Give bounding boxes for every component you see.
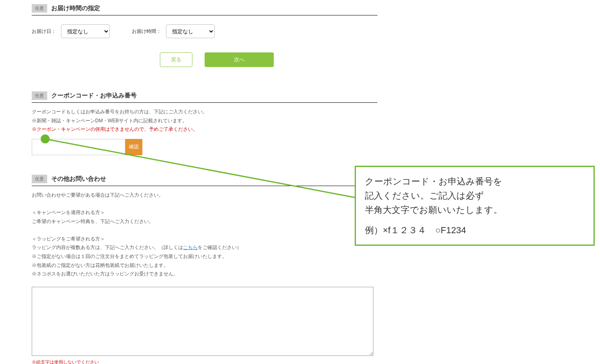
inquiry-wrap-4: ※ネコポスをお選びいただいた方はラッピングお受けできません。 — [32, 270, 377, 279]
annotation-dot-icon — [41, 134, 50, 143]
badge-optional: 任意 — [32, 175, 47, 183]
coupon-desc-3: ※クーポン・キャンペーンの併用はできませんので、予めご了承ください。 — [32, 125, 377, 134]
delivery-title: お届け時間の指定 — [51, 4, 100, 12]
inquiry-wrap-3: ※包装紙のご指定がない方は花柄包装紙でお届けいたします。 — [32, 261, 377, 270]
section-header-delivery: 任意 お届け時間の指定 — [32, 4, 377, 15]
inquiry-wrap-h: ＜ラッピングをご希望される方＞ — [32, 235, 377, 244]
inquiry-wrap-2: ※ご指定がない場合は１回のご注文分をまとめてラッピング包装してお届けいたします。 — [32, 252, 377, 261]
inquiry-desc: お問い合わせやご要望がある場合は下記へご入力ください。 ＜キャンペーンを適用され… — [32, 191, 377, 279]
delivery-date-label: お届け日： — [32, 28, 56, 35]
callout-example: 例）×f１２３４ ○F1234 — [365, 223, 585, 237]
inquiry-wrap-1b: をご確認ください） — [198, 245, 242, 250]
inquiry-line1: お問い合わせやご要望がある場合は下記へご入力ください。 — [32, 191, 377, 200]
badge-optional: 任意 — [32, 91, 47, 100]
inquiry-title: その他お問い合わせ — [51, 175, 106, 183]
inquiry-note1: ※絵文字は使用しないでください — [32, 359, 377, 364]
delivery-time-select[interactable]: 指定なし — [166, 24, 215, 38]
callout-line3: 半角大文字でお願いいたします。 — [365, 203, 585, 217]
delivery-time-label: お届け時間： — [132, 28, 161, 35]
inquiry-campaign-h: ＜キャンペーンを適用される方＞ — [32, 208, 377, 217]
inquiry-campaign-1: ご希望のキャンペーン特典を、下記へご入力ください。 — [32, 217, 377, 226]
inquiry-wrap-1: ラッピング内容が複数ある方は、下記へご入力ください。（詳しくはこちらをご確認くだ… — [32, 243, 377, 252]
section-header-coupon: 任意 クーポンコード・お申込み番号 — [32, 91, 377, 103]
coupon-confirm-button[interactable]: 確認 — [125, 139, 142, 155]
coupon-desc: クーポンコードもしくはお申込み番号をお持ちの方は、下記にご入力ください。 ※新聞… — [32, 108, 377, 134]
callout-line1: クーポンコード・お申込み番号を — [365, 174, 585, 188]
inquiry-notes: ※絵文字は使用しないでください (9999文字まで） — [32, 359, 377, 364]
badge-optional: 任意 — [32, 4, 47, 13]
section-header-inquiry: 任意 その他お問い合わせ — [32, 175, 377, 186]
inquiry-textarea[interactable] — [32, 287, 373, 356]
coupon-row: 確認 — [32, 139, 377, 155]
back-button[interactable]: 戻る — [160, 52, 192, 67]
coupon-title: クーポンコード・お申込み番号 — [51, 92, 137, 100]
annotation-callout: クーポンコード・お申込み番号を 記入ください。ご記入は必ず 半角大文字でお願いい… — [355, 166, 595, 246]
coupon-desc-2: ※新聞・雑誌・キャンペーンDM・WEBサイト内に記載されています。 — [32, 117, 377, 126]
delivery-row: お届け日： 指定なし お届け時間： 指定なし — [32, 24, 377, 38]
inquiry-wrap-link[interactable]: こちら — [183, 245, 198, 250]
callout-line2: 記入ください。ご記入は必ず — [365, 188, 585, 203]
inquiry-wrap-1a: ラッピング内容が複数ある方は、下記へご入力ください。（詳しくは — [32, 245, 183, 250]
coupon-desc-1: クーポンコードもしくはお申込み番号をお持ちの方は、下記にご入力ください。 — [32, 108, 377, 117]
button-row: 戻る 次へ — [32, 52, 377, 67]
next-button[interactable]: 次へ — [205, 52, 274, 67]
delivery-date-select[interactable]: 指定なし — [61, 24, 110, 38]
